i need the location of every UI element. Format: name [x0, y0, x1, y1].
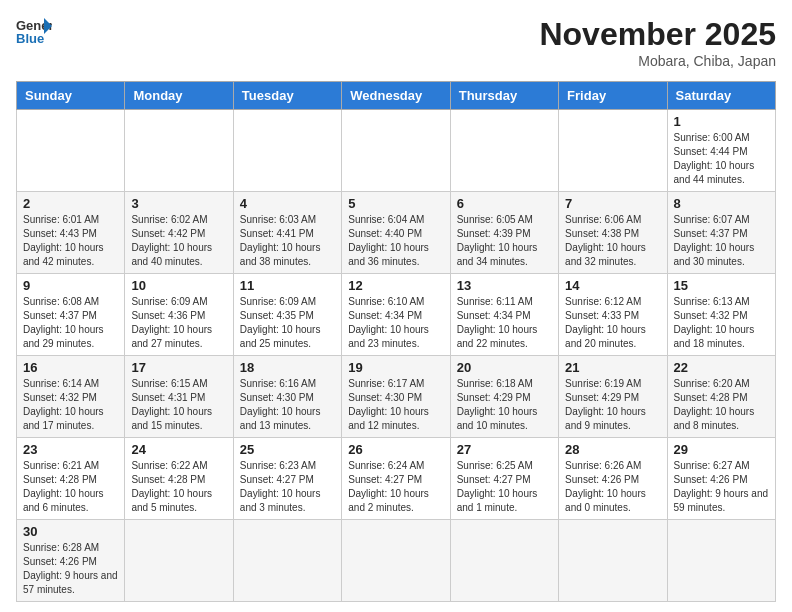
day-30: 30 Sunrise: 6:28 AMSunset: 4:26 PMDaylig… — [17, 520, 125, 602]
header-monday: Monday — [125, 82, 233, 110]
day-5: 5 Sunrise: 6:04 AMSunset: 4:40 PMDayligh… — [342, 192, 450, 274]
day-16: 16 Sunrise: 6:14 AMSunset: 4:32 PMDaylig… — [17, 356, 125, 438]
empty-cell — [559, 110, 667, 192]
location-subtitle: Mobara, Chiba, Japan — [539, 53, 776, 69]
empty-cell — [342, 520, 450, 602]
header-wednesday: Wednesday — [342, 82, 450, 110]
empty-cell — [342, 110, 450, 192]
day-13: 13 Sunrise: 6:11 AMSunset: 4:34 PMDaylig… — [450, 274, 558, 356]
day-26: 26 Sunrise: 6:24 AMSunset: 4:27 PMDaylig… — [342, 438, 450, 520]
day-3: 3 Sunrise: 6:02 AMSunset: 4:42 PMDayligh… — [125, 192, 233, 274]
day-18: 18 Sunrise: 6:16 AMSunset: 4:30 PMDaylig… — [233, 356, 341, 438]
header-tuesday: Tuesday — [233, 82, 341, 110]
month-year-title: November 2025 — [539, 16, 776, 53]
day-10: 10 Sunrise: 6:09 AMSunset: 4:36 PMDaylig… — [125, 274, 233, 356]
calendar-row-3: 9 Sunrise: 6:08 AMSunset: 4:37 PMDayligh… — [17, 274, 776, 356]
logo-icon: General Blue — [16, 16, 52, 44]
empty-cell — [17, 110, 125, 192]
day-6: 6 Sunrise: 6:05 AMSunset: 4:39 PMDayligh… — [450, 192, 558, 274]
day-11: 11 Sunrise: 6:09 AMSunset: 4:35 PMDaylig… — [233, 274, 341, 356]
day-28: 28 Sunrise: 6:26 AMSunset: 4:26 PMDaylig… — [559, 438, 667, 520]
header-friday: Friday — [559, 82, 667, 110]
calendar-row-1: 1 Sunrise: 6:00 AMSunset: 4:44 PMDayligh… — [17, 110, 776, 192]
day-19: 19 Sunrise: 6:17 AMSunset: 4:30 PMDaylig… — [342, 356, 450, 438]
empty-cell — [233, 520, 341, 602]
logo: General Blue — [16, 16, 52, 44]
calendar-table: Sunday Monday Tuesday Wednesday Thursday… — [16, 81, 776, 602]
day-27: 27 Sunrise: 6:25 AMSunset: 4:27 PMDaylig… — [450, 438, 558, 520]
weekday-header-row: Sunday Monday Tuesday Wednesday Thursday… — [17, 82, 776, 110]
day-1: 1 Sunrise: 6:00 AMSunset: 4:44 PMDayligh… — [667, 110, 775, 192]
svg-text:Blue: Blue — [16, 31, 44, 44]
empty-cell — [125, 110, 233, 192]
page-header: General Blue November 2025 Mobara, Chiba… — [16, 16, 776, 69]
calendar-row-4: 16 Sunrise: 6:14 AMSunset: 4:32 PMDaylig… — [17, 356, 776, 438]
calendar-row-2: 2 Sunrise: 6:01 AMSunset: 4:43 PMDayligh… — [17, 192, 776, 274]
header-thursday: Thursday — [450, 82, 558, 110]
header-saturday: Saturday — [667, 82, 775, 110]
day-8: 8 Sunrise: 6:07 AMSunset: 4:37 PMDayligh… — [667, 192, 775, 274]
day-23: 23 Sunrise: 6:21 AMSunset: 4:28 PMDaylig… — [17, 438, 125, 520]
day-21: 21 Sunrise: 6:19 AMSunset: 4:29 PMDaylig… — [559, 356, 667, 438]
day-29: 29 Sunrise: 6:27 AMSunset: 4:26 PMDaylig… — [667, 438, 775, 520]
empty-cell — [233, 110, 341, 192]
day-17: 17 Sunrise: 6:15 AMSunset: 4:31 PMDaylig… — [125, 356, 233, 438]
day-7: 7 Sunrise: 6:06 AMSunset: 4:38 PMDayligh… — [559, 192, 667, 274]
calendar-row-6: 30 Sunrise: 6:28 AMSunset: 4:26 PMDaylig… — [17, 520, 776, 602]
day-14: 14 Sunrise: 6:12 AMSunset: 4:33 PMDaylig… — [559, 274, 667, 356]
empty-cell — [450, 520, 558, 602]
day-9: 9 Sunrise: 6:08 AMSunset: 4:37 PMDayligh… — [17, 274, 125, 356]
day-22: 22 Sunrise: 6:20 AMSunset: 4:28 PMDaylig… — [667, 356, 775, 438]
empty-cell — [450, 110, 558, 192]
empty-cell — [125, 520, 233, 602]
day-2: 2 Sunrise: 6:01 AMSunset: 4:43 PMDayligh… — [17, 192, 125, 274]
day-1-info: Sunrise: 6:00 AMSunset: 4:44 PMDaylight:… — [674, 132, 755, 185]
header-sunday: Sunday — [17, 82, 125, 110]
day-25: 25 Sunrise: 6:23 AMSunset: 4:27 PMDaylig… — [233, 438, 341, 520]
day-12: 12 Sunrise: 6:10 AMSunset: 4:34 PMDaylig… — [342, 274, 450, 356]
day-24: 24 Sunrise: 6:22 AMSunset: 4:28 PMDaylig… — [125, 438, 233, 520]
day-20: 20 Sunrise: 6:18 AMSunset: 4:29 PMDaylig… — [450, 356, 558, 438]
title-block: November 2025 Mobara, Chiba, Japan — [539, 16, 776, 69]
day-4: 4 Sunrise: 6:03 AMSunset: 4:41 PMDayligh… — [233, 192, 341, 274]
empty-cell — [559, 520, 667, 602]
empty-cell — [667, 520, 775, 602]
calendar-row-5: 23 Sunrise: 6:21 AMSunset: 4:28 PMDaylig… — [17, 438, 776, 520]
day-15: 15 Sunrise: 6:13 AMSunset: 4:32 PMDaylig… — [667, 274, 775, 356]
